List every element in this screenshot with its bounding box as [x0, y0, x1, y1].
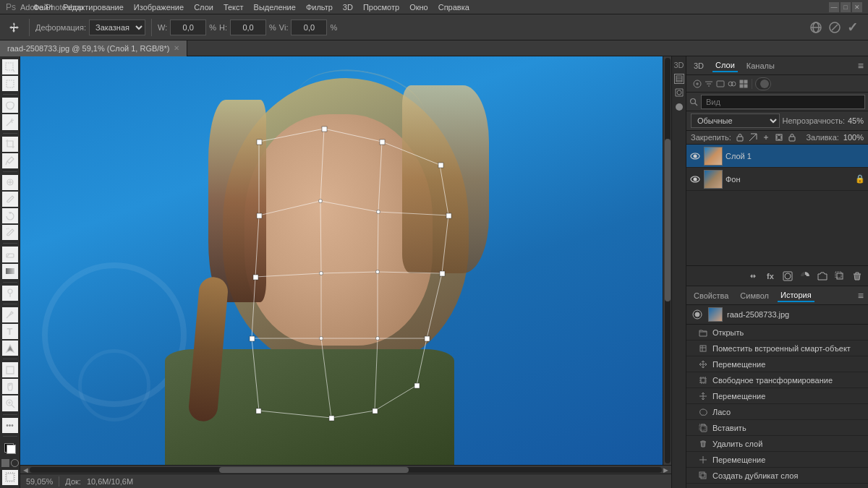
- panel-icon-3[interactable]: [673, 87, 685, 98]
- canvas[interactable]: [20, 56, 663, 465]
- gradient-tool[interactable]: [2, 264, 18, 279]
- tab-3d[interactable]: 3D: [691, 60, 707, 72]
- filter-kind-icon[interactable]: [692, 79, 702, 89]
- lock-position-icon[interactable]: [762, 133, 770, 142]
- filter-effect-icon[interactable]: [727, 79, 737, 89]
- history-item-10[interactable]: Перемещение: [686, 484, 868, 488]
- canvas-main[interactable]: [20, 56, 663, 465]
- text-tool[interactable]: T: [2, 324, 18, 339]
- menu-image[interactable]: Изображение: [129, 1, 188, 13]
- history-item-7[interactable]: Удалить слой: [686, 436, 868, 452]
- tab-history[interactable]: История: [778, 289, 814, 302]
- dodge-tool[interactable]: [2, 286, 18, 301]
- minimize-button[interactable]: —: [829, 2, 839, 12]
- menu-view[interactable]: Просмотр: [359, 1, 404, 13]
- history-brush-tool[interactable]: [2, 225, 18, 240]
- menu-file[interactable]: Файл: [29, 1, 57, 13]
- w-input[interactable]: [170, 20, 206, 35]
- add-layer-button[interactable]: [832, 269, 848, 283]
- maximize-button[interactable]: □: [841, 2, 851, 12]
- menu-3d[interactable]: 3D: [339, 1, 357, 13]
- menu-window[interactable]: Окно: [405, 1, 433, 13]
- filter-toggle[interactable]: [755, 77, 771, 90]
- add-style-button[interactable]: fx: [762, 269, 778, 283]
- layer-visibility-0[interactable]: [689, 150, 701, 162]
- quick-mask-mode[interactable]: [11, 459, 19, 467]
- tab-close-button[interactable]: ✕: [174, 44, 179, 52]
- history-item-2[interactable]: Перемещение: [686, 356, 868, 372]
- menu-edit[interactable]: Редактирование: [59, 1, 128, 13]
- cancel-icon[interactable]: [828, 21, 841, 34]
- history-items-list[interactable]: Открыть Поместить встроенный смарт-объек…: [686, 325, 868, 488]
- healing-tool[interactable]: [2, 175, 18, 190]
- layer-search-input[interactable]: [701, 95, 865, 109]
- lock-artboard-icon[interactable]: [775, 133, 783, 142]
- brush-tool[interactable]: [2, 192, 18, 207]
- warp-type-select[interactable]: Заказная: [89, 20, 145, 35]
- tab-channels[interactable]: Каналы: [744, 60, 778, 72]
- add-group-button[interactable]: [814, 269, 830, 283]
- history-item-4[interactable]: Перемещение: [686, 388, 868, 404]
- blend-mode-select[interactable]: Обычные: [691, 114, 780, 128]
- menu-select[interactable]: Выделение: [250, 1, 300, 13]
- path-select-tool[interactable]: [2, 341, 18, 356]
- zoom-tool[interactable]: [2, 395, 18, 411]
- tab-layers[interactable]: Слои: [712, 59, 738, 72]
- history-item-3[interactable]: Свободное трансформирование: [686, 372, 868, 388]
- lock-all-icon[interactable]: [788, 133, 796, 142]
- h-scroll-track[interactable]: [30, 467, 662, 473]
- eyedropper-tool[interactable]: [2, 153, 18, 168]
- selection-tool[interactable]: [2, 59, 18, 74]
- eraser-tool[interactable]: [2, 247, 18, 262]
- wand-tool[interactable]: [2, 114, 18, 129]
- vertical-scrollbar[interactable]: [663, 56, 671, 465]
- history-menu-button[interactable]: ≡: [858, 290, 864, 301]
- shape-tool[interactable]: [2, 362, 18, 377]
- link-layers-button[interactable]: [745, 269, 761, 283]
- layer-visibility-1[interactable]: [689, 174, 701, 185]
- color-swatches[interactable]: [2, 441, 18, 456]
- hand-tool[interactable]: [2, 379, 18, 394]
- marquee-tool[interactable]: [2, 76, 18, 91]
- layer-item-0[interactable]: Слой 1: [686, 145, 868, 168]
- screen-mode[interactable]: [2, 470, 18, 485]
- delete-layer-button[interactable]: [849, 269, 865, 283]
- add-adjustment-button[interactable]: [797, 269, 813, 283]
- history-item-9[interactable]: Создать дубликат слоя: [686, 468, 868, 484]
- vi-input[interactable]: [291, 20, 327, 35]
- standard-mode[interactable]: [1, 459, 9, 467]
- scroll-left[interactable]: ◄: [22, 466, 30, 474]
- scroll-right[interactable]: ►: [662, 466, 670, 474]
- v-scroll-track[interactable]: [665, 58, 671, 463]
- history-item-8[interactable]: Перемещение: [686, 452, 868, 468]
- panel-icon-4[interactable]: [673, 101, 685, 113]
- history-item-1[interactable]: Поместить встроенный смарт-объект: [686, 341, 868, 356]
- move-tool-button[interactable]: [4, 20, 23, 35]
- clone-tool[interactable]: [2, 208, 18, 223]
- history-snapshot-button[interactable]: [691, 308, 704, 321]
- filter-color-icon[interactable]: [739, 79, 749, 89]
- v-scroll-thumb[interactable]: [665, 139, 671, 301]
- panel-icon-1[interactable]: 3D: [673, 59, 685, 71]
- panel-icon-2[interactable]: [674, 74, 684, 84]
- layer-item-1[interactable]: Фон 🔒: [686, 168, 868, 191]
- tab-properties[interactable]: Свойства: [691, 290, 731, 301]
- menu-text[interactable]: Текст: [219, 1, 248, 13]
- add-mask-button[interactable]: [780, 269, 796, 283]
- crop-tool[interactable]: [2, 137, 18, 152]
- history-item-6[interactable]: Вставить: [686, 420, 868, 436]
- confirm-button[interactable]: ✓: [847, 20, 858, 35]
- history-item-0[interactable]: Открыть: [686, 325, 868, 341]
- menu-layers[interactable]: Слои: [190, 1, 218, 13]
- tab-symbol[interactable]: Символ: [737, 290, 772, 301]
- history-item-5[interactable]: Ласо: [686, 404, 868, 420]
- lock-transparent-icon[interactable]: [736, 133, 744, 142]
- menu-filter[interactable]: Фильтр: [302, 1, 337, 13]
- lock-image-icon[interactable]: [749, 133, 757, 142]
- menu-help[interactable]: Справка: [434, 1, 474, 13]
- horizontal-scrollbar[interactable]: ◄ ►: [20, 465, 671, 474]
- pen-tool[interactable]: [2, 307, 18, 322]
- filter-mode-icon[interactable]: [715, 79, 726, 89]
- h-input[interactable]: [230, 20, 266, 35]
- more-tools[interactable]: •••: [2, 418, 18, 433]
